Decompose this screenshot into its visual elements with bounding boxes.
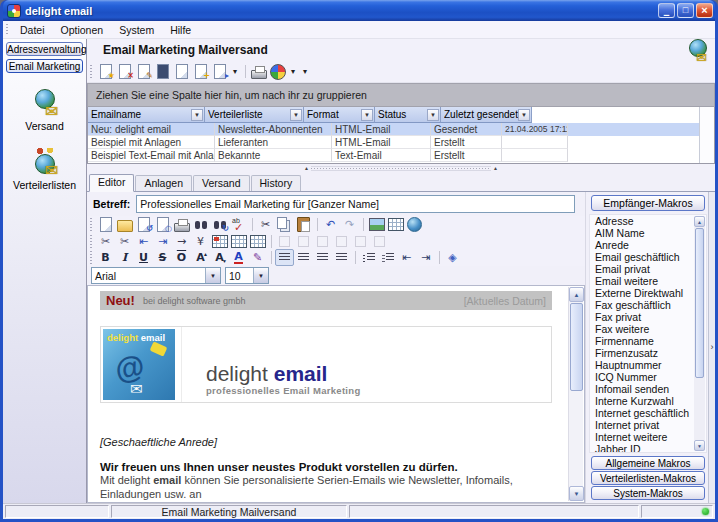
group-by-bar[interactable]: Ziehen Sie eine Spalte hier hin, um nach… — [87, 83, 715, 107]
minimize-button[interactable]: ▁ — [658, 3, 675, 18]
toolbar-separator[interactable] — [435, 249, 443, 266]
titlebar[interactable]: delight email ▁ □ × — [3, 0, 715, 21]
tab-versand[interactable]: Versand — [193, 175, 250, 191]
send-test-icon[interactable] — [249, 63, 268, 80]
bold-icon[interactable]: B — [96, 249, 115, 266]
align-left-icon[interactable] — [275, 249, 294, 266]
verteilerlisten-shortcut[interactable]: Verteilerlisten — [3, 148, 86, 191]
splitter-arrow-icon[interactable]: ▲ — [491, 166, 500, 171]
scroll-up-icon[interactable]: ▲ — [694, 216, 705, 227]
editor-scrollbar[interactable]: ▲ ▼ — [568, 287, 583, 501]
macro-item[interactable]: Externe Direktwahl — [590, 287, 694, 299]
toggle-grid-icon[interactable] — [248, 233, 267, 250]
toolbar-separator[interactable] — [359, 216, 367, 233]
macro-item[interactable]: Internet geschäftlich — [590, 407, 694, 419]
macro-item[interactable]: Firmenname — [590, 335, 694, 347]
macro-item[interactable]: Email geschäftlich — [590, 251, 694, 263]
copy-email-icon[interactable] — [172, 63, 191, 80]
background-color-icon[interactable]: ◈ — [443, 249, 462, 266]
print-preview-icon[interactable]: ○ — [153, 216, 172, 233]
insert-row-icon[interactable]: ⇤ — [134, 233, 153, 250]
adressverwaltung-button[interactable]: Adressverwaltung — [6, 42, 83, 56]
merge-cells-icon[interactable]: → — [172, 233, 191, 250]
macro-item[interactable]: ICQ Nummer — [590, 371, 694, 383]
spellcheck-icon[interactable]: ✓ — [229, 216, 248, 233]
new-document-icon[interactable] — [96, 216, 115, 233]
cut-icon[interactable]: ✂ — [256, 216, 275, 233]
align-justify-icon[interactable] — [332, 249, 351, 266]
macro-item[interactable]: Anrede — [590, 239, 694, 251]
border-left-icon[interactable] — [313, 233, 332, 250]
border-right-icon[interactable] — [332, 233, 351, 250]
macro-item[interactable]: Fax geschäftlich — [590, 299, 694, 311]
decrease-font-icon[interactable]: A — [210, 249, 229, 266]
table-row[interactable]: Beispiel Text-Email mit Anlage Bekannte … — [88, 149, 714, 162]
macro-item[interactable]: AIM Name — [590, 227, 694, 239]
new-email-icon[interactable]: ★ — [96, 63, 115, 80]
border-outline-icon[interactable] — [351, 233, 370, 250]
start-mailversand-icon[interactable] — [268, 63, 287, 80]
redo-icon[interactable]: ↷ — [340, 216, 359, 233]
system-makros-button[interactable]: System-Makros — [591, 486, 705, 500]
template-dropdown-icon[interactable]: ▾ — [229, 63, 241, 80]
delete-column-icon[interactable]: ✂ — [115, 233, 134, 250]
macro-item[interactable]: Interne Kurzwahl — [590, 395, 694, 407]
delete-email-icon[interactable]: × — [115, 63, 134, 80]
copy-icon[interactable] — [275, 216, 294, 233]
increase-font-icon[interactable]: A — [191, 249, 210, 266]
macro-item[interactable]: Adresse — [590, 215, 694, 227]
empfaenger-makros-button[interactable]: Empfänger-Makros — [591, 195, 705, 211]
table-row[interactable]: Beispiel mit Anlagen Lieferanten HTML-Em… — [88, 136, 714, 149]
menu-item[interactable]: Hilfe — [162, 24, 199, 36]
versand-shortcut[interactable]: Versand — [3, 89, 86, 132]
macro-item[interactable]: Infomail senden — [590, 383, 694, 395]
macro-item[interactable]: Hauptnummer — [590, 359, 694, 371]
align-right-icon[interactable] — [313, 249, 332, 266]
strikethrough-icon[interactable]: S — [153, 249, 172, 266]
insert-hyperlink-icon[interactable] — [405, 216, 424, 233]
more-dropdown-icon[interactable]: ▾ — [299, 63, 311, 80]
column-filter-button[interactable]: ▼ — [290, 109, 302, 121]
toolbar-separator[interactable] — [267, 233, 275, 250]
split-cells-icon[interactable]: ¥ — [191, 233, 210, 250]
toolbar-separator[interactable] — [248, 216, 256, 233]
highlight-icon[interactable]: ✎ — [248, 249, 267, 266]
dropdown-arrow-icon[interactable]: ▼ — [253, 268, 268, 283]
column-filter-button[interactable]: ▼ — [518, 109, 530, 121]
macro-list-scrollbar[interactable]: ▲ ▼ — [694, 216, 705, 451]
macro-item[interactable]: Internet privat — [590, 419, 694, 431]
find-next-icon[interactable]: ↻ — [210, 216, 229, 233]
macro-item[interactable]: Fax weitere — [590, 323, 694, 335]
macro-item[interactable]: Email weitere — [590, 275, 694, 287]
toolbar-separator[interactable] — [351, 249, 359, 266]
menu-item[interactable]: Datei — [12, 24, 53, 36]
font-family-select[interactable]: Arial ▼ — [91, 267, 221, 284]
splitter-grip[interactable] — [311, 166, 491, 171]
subject-input[interactable] — [136, 195, 575, 213]
export-email-icon[interactable]: ▸ — [210, 63, 229, 80]
verteilerlisten-makros-button[interactable]: Verteilerlisten-Makros — [591, 471, 705, 485]
splitter-arrow-icon[interactable]: ▲ — [302, 166, 311, 171]
macro-item[interactable]: Fax privat — [590, 311, 694, 323]
menu-item[interactable]: Optionen — [53, 24, 112, 36]
toolbar-separator[interactable] — [313, 216, 321, 233]
italic-icon[interactable]: I — [115, 249, 134, 266]
border-top-icon[interactable] — [275, 233, 294, 250]
delete-row-icon[interactable]: ✂ — [96, 233, 115, 250]
macro-item[interactable]: Email privat — [590, 263, 694, 275]
new-from-template-icon[interactable]: + — [191, 63, 210, 80]
send-dropdown-icon[interactable]: ▾ — [287, 63, 299, 80]
dropdown-arrow-icon[interactable]: ▼ — [205, 268, 220, 283]
column-filter-button[interactable]: ▼ — [427, 109, 439, 121]
tab-history[interactable]: History — [251, 175, 302, 191]
scroll-down-icon[interactable]: ▼ — [569, 486, 584, 501]
scroll-down-icon[interactable]: ▼ — [694, 440, 705, 451]
column-filter-button[interactable]: ▼ — [361, 109, 373, 121]
insert-image-icon[interactable] — [367, 216, 386, 233]
bullet-list-icon[interactable] — [359, 249, 378, 266]
numbered-list-icon[interactable] — [378, 249, 397, 266]
font-size-select[interactable]: 10 ▼ — [225, 267, 269, 284]
scroll-up-icon[interactable]: ▲ — [569, 287, 584, 302]
table-properties-icon[interactable] — [210, 233, 229, 250]
underline-icon[interactable]: U — [134, 249, 153, 266]
